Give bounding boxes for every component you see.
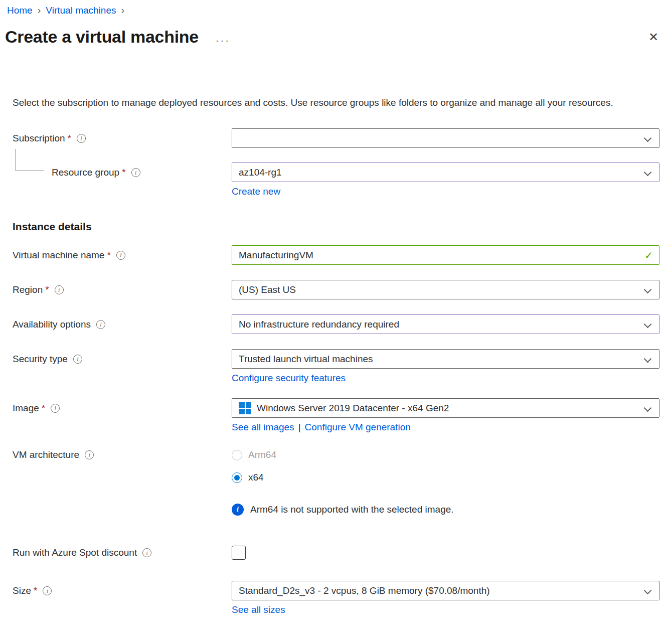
chevron-down-icon [644,587,652,594]
image-dropdown[interactable]: Windows Server 2019 Datacenter - x64 Gen… [232,398,659,418]
configure-security-features-link[interactable]: Configure security features [232,373,346,384]
resource-group-label-cell: Resource group * i [13,167,232,178]
vm-architecture-row: VM architecture i Arm64 x64 [13,447,659,486]
size-value: Standard_D2s_v3 - 2 vcpus, 8 GiB memory … [239,585,638,596]
image-value: Windows Server 2019 Datacenter - x64 Gen… [257,403,638,414]
security-type-dropdown[interactable]: Trusted launch virtual machines [232,349,659,369]
subscription-row: Subscription * i [13,128,659,148]
configure-vm-generation-link[interactable]: Configure VM generation [305,422,411,433]
resource-group-row: Resource group * i az104-rg1 [13,163,659,182]
availability-options-dropdown[interactable]: No infrastructure redundancy required [232,314,659,334]
more-options-button[interactable]: ··· [216,35,230,46]
breadcrumb-chevron-icon: › [38,5,41,16]
subscription-label: Subscription [13,133,65,144]
resource-group-dropdown[interactable]: az104-rg1 [232,163,659,182]
arm64-info-message: i Arm64 is not supported with the select… [232,504,668,516]
chevron-down-icon [644,405,652,412]
chevron-down-icon [644,356,652,363]
info-icon[interactable]: i [51,404,60,413]
required-asterisk: * [107,250,110,261]
region-dropdown[interactable]: (US) East US [232,280,659,299]
chevron-down-icon [644,169,652,176]
link-separator: | [298,422,301,432]
resource-group-label: Resource group [52,167,119,178]
tree-connector-line [15,149,44,171]
see-all-images-link[interactable]: See all images [232,422,294,433]
radio-label-arm64: Arm64 [248,449,276,460]
info-icon[interactable]: i [73,355,82,364]
info-icon[interactable]: i [142,548,151,557]
breadcrumb-link-virtual-machines[interactable]: Virtual machines [46,5,116,16]
chevron-down-icon [644,135,652,142]
info-icon[interactable]: i [55,285,64,294]
required-asterisk: * [42,403,45,414]
vm-architecture-label: VM architecture [13,449,79,460]
image-label-cell: Image * i [13,403,232,414]
size-row: Size * i Standard_D2s_v3 - 2 vcpus, 8 Gi… [13,581,659,600]
subscription-label-cell: Subscription * i [13,133,232,144]
breadcrumb: Home › Virtual machines › [0,0,668,16]
azure-spot-label: Run with Azure Spot discount [13,547,137,558]
azure-spot-label-cell: Run with Azure Spot discount i [13,547,232,558]
info-icon[interactable]: i [77,134,86,143]
required-asterisk: * [34,585,37,596]
availability-options-value: No infrastructure redundancy required [239,319,638,330]
azure-spot-checkbox[interactable] [232,546,246,560]
see-all-sizes-link[interactable]: See all sizes [232,604,285,615]
page-header: Create a virtual machine ··· ✕ [5,27,659,47]
windows-logo-icon [239,402,251,414]
availability-options-label: Availability options [13,319,91,330]
vm-name-label: Virtual machine name [13,250,104,261]
info-icon[interactable]: i [85,450,94,459]
radio-option-x64[interactable]: x64 [232,469,659,486]
image-label: Image [13,403,39,414]
page-title: Create a virtual machine [5,27,199,47]
vm-architecture-radio-group: Arm64 x64 [232,447,659,486]
radio-label-x64: x64 [248,472,264,483]
info-filled-icon: i [232,504,244,516]
required-asterisk: * [122,167,125,178]
region-label: Region [13,284,43,295]
region-row: Region * i (US) East US [13,280,659,299]
resource-group-value: az104-rg1 [239,167,638,178]
availability-label-cell: Availability options i [13,319,232,330]
project-details-section: Subscription * i Resource group * i az10… [0,128,668,197]
vm-name-label-cell: Virtual machine name * i [13,250,232,261]
info-message-text: Arm64 is not supported with the selected… [250,504,454,515]
azure-spot-row: Run with Azure Spot discount i [13,546,659,560]
security-type-label: Security type [13,354,68,365]
instance-details-heading: Instance details [13,221,659,233]
radio-button-icon [232,450,242,460]
security-type-value: Trusted launch virtual machines [239,354,638,365]
size-dropdown[interactable]: Standard_D2s_v3 - 2 vcpus, 8 GiB memory … [232,581,659,600]
breadcrumb-link-home[interactable]: Home [7,5,33,16]
region-value: (US) East US [239,284,638,295]
close-icon: ✕ [648,30,658,44]
intro-text: Select the subscription to manage deploy… [13,95,648,110]
vm-name-row: Virtual machine name * i ✓ [13,245,659,265]
subscription-dropdown[interactable] [232,128,659,148]
chevron-down-icon [644,286,652,293]
info-icon[interactable]: i [96,320,105,329]
vm-name-input[interactable] [232,245,659,265]
image-row: Image * i Windows Server 2019 Datacenter… [13,398,659,418]
valid-check-icon: ✓ [644,249,653,261]
radio-button-icon [232,472,242,483]
close-button[interactable]: ✕ [647,31,659,43]
security-type-row: Security type i Trusted launch virtual m… [13,349,659,369]
availability-options-row: Availability options i No infrastructure… [13,314,659,334]
chevron-down-icon [644,321,652,328]
info-icon[interactable]: i [131,168,140,177]
security-type-label-cell: Security type i [13,354,232,365]
required-asterisk: * [45,284,49,295]
create-vm-page: Home › Virtual machines › Create a virtu… [0,0,668,644]
info-icon[interactable]: i [116,251,125,260]
breadcrumb-chevron-icon: › [121,5,124,16]
region-label-cell: Region * i [13,284,232,295]
size-label: Size [13,585,31,596]
create-new-resource-group-link[interactable]: Create new [232,186,280,197]
size-label-cell: Size * i [13,585,232,596]
info-icon[interactable]: i [43,586,52,595]
required-asterisk: * [68,133,71,144]
radio-option-arm64[interactable]: Arm64 [232,447,659,463]
